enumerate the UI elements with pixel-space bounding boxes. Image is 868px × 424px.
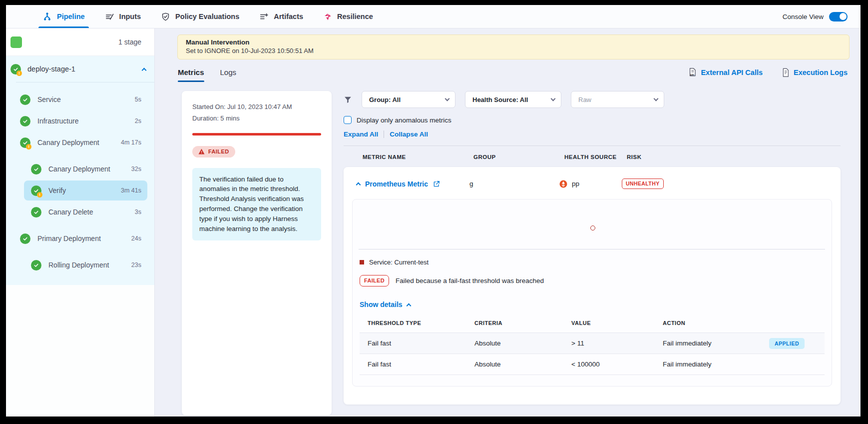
threshold-type: Fail fast [368, 360, 474, 368]
threshold-action: Fail immediately [663, 360, 825, 368]
anomalous-checkbox[interactable] [344, 116, 352, 124]
sidebar-header: 1 stage [6, 28, 154, 56]
success-icon [31, 260, 41, 270]
failed-status-badge: FAILED [192, 146, 235, 158]
tab-metrics[interactable]: Metrics [178, 68, 204, 82]
metric-details: Service: Current-test FAILED Failed beca… [353, 250, 832, 386]
anomalous-checkbox-label: Display only anomalous metrics [357, 116, 451, 124]
expand-all-link[interactable]: Expand All [344, 130, 378, 138]
metric-health-source-cell: pp [559, 180, 622, 188]
step-row-service[interactable]: Service 5s [6, 90, 154, 110]
app-window: Pipeline Inputs Policy Evaluations Artif… [6, 5, 861, 416]
metric-group-cell: g [469, 180, 559, 188]
step-duration: 23s [131, 262, 141, 268]
metrics-table-header: METRIC NAME GROUP HEALTH SOURCE RISK [344, 146, 841, 167]
step-row-canary-delete[interactable]: Canary Delete 3s [6, 202, 154, 222]
console-view-label: Console View [783, 13, 824, 20]
chevron-up-icon[interactable] [142, 68, 147, 72]
success-icon [20, 116, 30, 126]
banner-title: Manual Intervention [186, 38, 841, 46]
nav-tab-label: Policy Evaluations [175, 12, 239, 20]
metric-chart[interactable] [353, 200, 832, 250]
chart-legend: Service: Current-test [360, 258, 825, 266]
metric-name-cell[interactable]: Prometheus Metric [357, 180, 469, 188]
threshold-value: > 11 [571, 340, 663, 347]
stage-tree: deploy-stage-1 Service 5s Infrastructure… [6, 56, 154, 285]
thresholds-header: THRESHOLD TYPE CRITERIA VALUE ACTION [360, 320, 825, 333]
chevron-down-icon [445, 96, 450, 102]
col-risk: RISK [627, 154, 841, 160]
external-api-calls-link[interactable]: API External API Calls [688, 68, 763, 77]
success-warning-icon [10, 64, 21, 74]
nav-tab-inputs[interactable]: Inputs [105, 5, 141, 28]
step-duration: 5s [135, 96, 141, 103]
started-on: Started On: Jul 10, 2023 10:47 AM [192, 102, 321, 113]
step-duration: 3s [135, 208, 141, 216]
filter-funnel-icon[interactable] [344, 96, 352, 104]
prometheus-icon [559, 180, 568, 188]
legend-marker [360, 260, 364, 264]
top-links: API External API Calls Execution Logs [688, 68, 848, 82]
metric-name-link[interactable]: Prometheus Metric [365, 180, 428, 188]
divider [384, 130, 384, 138]
nav-tab-label: Pipeline [57, 12, 85, 20]
step-row-canary-deployment-child[interactable]: Canary Deployment 32s [6, 159, 154, 179]
tab-logs[interactable]: Logs [220, 68, 237, 82]
metric-row[interactable]: Prometheus Metric g pp UNHEALTHY [344, 167, 841, 199]
chevron-up-icon[interactable] [356, 182, 361, 188]
col-group: GROUP [473, 154, 564, 160]
step-row-rolling-deployment[interactable]: Rolling Deployment 23s [6, 255, 154, 275]
step-row-infrastructure[interactable]: Infrastructure 2s [6, 111, 154, 131]
step-label: Primary Deployment [37, 234, 101, 242]
resilience-icon [323, 12, 332, 21]
metric-row-card: Prometheus Metric g pp UNHEALTHY [344, 167, 841, 404]
main-panel: Manual Intervention Set to IGNORE on 10-… [155, 28, 861, 416]
step-row-primary-deployment[interactable]: Primary Deployment 24s [6, 228, 154, 248]
api-document-icon: API [688, 68, 697, 77]
step-duration: 32s [131, 166, 141, 172]
console-view-toggle[interactable] [829, 12, 848, 22]
thresholds-table: THRESHOLD TYPE CRITERIA VALUE ACTION Fai… [360, 320, 825, 375]
nav-tab-pipeline[interactable]: Pipeline [42, 5, 85, 28]
step-row-canary-deployment[interactable]: Canary Deployment 4m 17s [6, 132, 154, 152]
health-source-filter-dropdown[interactable]: Health Source: All [465, 91, 561, 108]
show-details-label: Show details [360, 300, 403, 308]
manual-intervention-banner: Manual Intervention Set to IGNORE on 10-… [177, 34, 850, 60]
stage-count: 1 stage [118, 38, 141, 46]
step-label: Canary Deployment [48, 165, 110, 173]
nav-tab-artifacts[interactable]: Artifacts [259, 5, 303, 28]
group-filter-dropdown[interactable]: Group: All [362, 91, 455, 108]
failure-reason-row: FAILED Failed because a fail-fast thresh… [360, 275, 825, 286]
failed-progress-bar [192, 133, 321, 136]
metrics-column: Group: All Health Source: All Raw [344, 91, 841, 404]
step-label: Canary Delete [48, 208, 93, 216]
step-row-verify[interactable]: Verify 3m 41s [24, 180, 147, 200]
nav-tab-policy-evaluations[interactable]: Policy Evaluations [161, 5, 239, 28]
pipeline-icon [42, 12, 52, 22]
step-label: Canary Deployment [37, 138, 99, 146]
health-source-filter-value: Health Source: All [472, 96, 528, 104]
stage-row-deploy-stage-1[interactable]: deploy-stage-1 [6, 56, 154, 82]
anomalous-data-point[interactable] [590, 226, 595, 230]
verification-content: Started On: Jul 10, 2023 10:47 AM Durati… [155, 91, 861, 416]
col-threshold-type: THRESHOLD TYPE [368, 320, 474, 326]
step-duration: 4m 17s [121, 139, 141, 146]
raw-filter-dropdown[interactable]: Raw [571, 91, 664, 108]
collapse-all-link[interactable]: Collapse All [390, 130, 428, 138]
verification-summary-card: Started On: Jul 10, 2023 10:47 AM Durati… [182, 91, 332, 416]
stage-status-square-icon [10, 36, 22, 48]
execution-logs-link[interactable]: Execution Logs [782, 68, 848, 77]
step-label: Infrastructure [37, 117, 78, 125]
verification-message: The verification failed due to anomalies… [192, 168, 321, 241]
banner-subtitle: Set to IGNORE on 10-Jul-2023 10:50:51 AM [186, 47, 841, 54]
step-duration: 3m 41s [121, 187, 141, 194]
show-details-link[interactable]: Show details [360, 300, 411, 308]
threshold-criteria: Absolute [474, 360, 571, 368]
svg-text:API: API [690, 74, 695, 76]
duration: Duration: 5 mins [192, 113, 321, 124]
external-link-icon[interactable] [433, 180, 440, 188]
nav-tab-resilience[interactable]: Resilience [323, 5, 373, 28]
success-warning-icon [20, 138, 30, 148]
step-duration: 2s [135, 118, 141, 124]
step-label: Verify [48, 186, 66, 194]
